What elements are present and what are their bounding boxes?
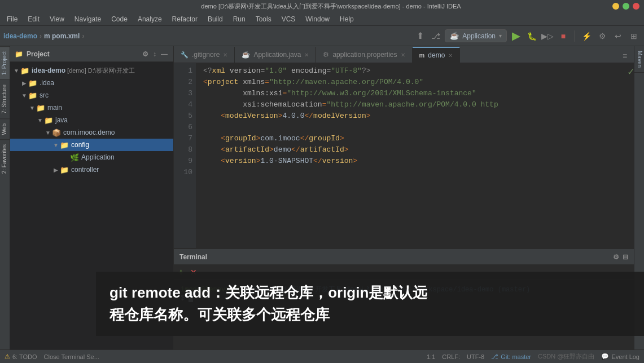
tab-close-icon[interactable]: ✕ xyxy=(304,52,309,58)
settings-icon[interactable]: ⚙ xyxy=(595,29,609,43)
code-area[interactable]: ✓ <?xml version="1.0" encoding="UTF-8"?>… xyxy=(196,63,634,248)
title-bar: demo [D:\慕课网\开发工具\idea从入门到爱不释手\workspace… xyxy=(0,0,644,12)
line-num: 8 xyxy=(177,144,192,156)
arrow-icon: ▼ xyxy=(44,130,52,136)
tree-item-idea[interactable]: ▶ 📁 .idea xyxy=(10,77,173,89)
warning-icon: ⚠ xyxy=(5,353,10,360)
menu-vcs[interactable]: VCS xyxy=(277,14,300,24)
menu-edit[interactable]: Edit xyxy=(23,14,44,24)
menu-run[interactable]: Run xyxy=(229,14,250,24)
minimize-panel-icon[interactable]: — xyxy=(160,49,169,59)
tab-close-icon[interactable]: ✕ xyxy=(401,52,405,58)
tree-item-root[interactable]: ▼ 📁 idea-demo [demo] D:\慕课网\开发工 xyxy=(10,64,173,77)
java-icon: ☕ xyxy=(242,51,250,59)
status-todo[interactable]: ⚠ 6: TODO xyxy=(5,353,37,360)
status-terminal-close[interactable]: Close Terminal Se... xyxy=(44,353,99,360)
tab-label: application.properties xyxy=(332,51,397,59)
tree-item-config[interactable]: ▼ 📁 config xyxy=(10,139,173,151)
git-icon[interactable]: ⬆ xyxy=(413,29,427,43)
event-log-icon: 💬 xyxy=(601,353,609,360)
sidebar-item-web[interactable]: Web xyxy=(0,118,10,139)
folder-icon: 📁 xyxy=(28,79,37,87)
collapse-icon[interactable]: ↕ xyxy=(152,49,157,59)
maven-icon: m xyxy=(419,52,425,59)
breadcrumb-project[interactable]: idea-demo xyxy=(3,32,37,40)
status-line-col[interactable]: 1:1 xyxy=(427,353,435,360)
line-col-label: 1:1 xyxy=(427,353,435,360)
menu-file[interactable]: File xyxy=(2,14,22,24)
menu-window[interactable]: Window xyxy=(301,14,334,24)
menu-view[interactable]: View xyxy=(45,14,69,24)
props-icon: ⚙ xyxy=(323,51,329,59)
status-git[interactable]: ⎇ Git: master xyxy=(491,353,531,360)
stop-button[interactable]: ■ xyxy=(557,29,570,43)
tree-item-controller[interactable]: ▶ 📁 controller xyxy=(10,163,173,176)
left-sidebar: 1: Project 7: Structure Web 2: Favorites xyxy=(0,46,10,349)
tab-demo-pom[interactable]: m demo ✕ xyxy=(413,47,461,63)
code-line-1: <?xml version="1.0" encoding="UTF-8"?> xyxy=(203,65,627,77)
sidebar-item-project[interactable]: 1: Project xyxy=(0,46,10,79)
undo-icon[interactable]: ↩ xyxy=(611,29,625,43)
minimize-button[interactable] xyxy=(612,3,619,10)
project-folder-icon: 📁 xyxy=(15,50,23,58)
sync-icon[interactable]: ⚙ xyxy=(141,49,150,59)
tree-item-src[interactable]: ▼ 📁 src xyxy=(10,89,173,101)
validation-checkmark-icon: ✓ xyxy=(628,67,634,78)
todo-label: 6: TODO xyxy=(12,353,37,360)
debug-button[interactable]: 🐛 xyxy=(525,29,538,43)
code-line-9: <version>1.0-SNAPSHOT</version> xyxy=(203,156,627,167)
tab-close-icon[interactable]: ✕ xyxy=(448,52,453,59)
tab-close-icon[interactable]: ✕ xyxy=(223,52,227,58)
tab-app-properties[interactable]: ⚙ application.properties ✕ xyxy=(316,47,412,63)
folder-icon: 📁 xyxy=(36,104,45,112)
status-crlf[interactable]: CRLF: xyxy=(442,353,460,360)
arrow-icon: ▼ xyxy=(28,105,36,111)
copyright-label: CSDN @狂野亦自由 xyxy=(538,352,594,361)
status-encoding[interactable]: UTF-8 xyxy=(467,353,484,360)
terminal-split-icon[interactable]: ⊟ xyxy=(623,253,628,261)
arrow-icon: ▼ xyxy=(36,117,44,123)
line-num: 6 xyxy=(177,122,192,133)
arrow-icon: ▼ xyxy=(52,142,60,148)
run-button[interactable]: ▶ xyxy=(509,29,523,43)
search-everywhere-icon[interactable]: ⚡ xyxy=(580,29,593,43)
git-branch-icon[interactable]: ⎇ xyxy=(429,29,443,43)
event-log-label: Event Log xyxy=(611,353,639,360)
close-button[interactable] xyxy=(633,3,639,10)
project-structure-icon[interactable]: ⊞ xyxy=(627,29,641,43)
terminal-header: Terminal ⚙ ⊟ xyxy=(174,249,634,265)
menu-code[interactable]: Code xyxy=(107,14,132,24)
menu-build[interactable]: Build xyxy=(203,14,227,24)
sidebar-item-favorites[interactable]: 2: Favorites xyxy=(0,139,10,178)
menu-tools[interactable]: Tools xyxy=(251,14,276,24)
spring-icon: 🌿 xyxy=(70,153,79,162)
code-line-6 xyxy=(203,122,627,133)
maximize-button[interactable] xyxy=(623,3,629,10)
editor-tabs-menu-icon[interactable]: ≡ xyxy=(618,49,632,63)
tree-item-application[interactable]: 🌿 Application xyxy=(10,151,173,163)
code-line-2: <project xmlns="http://maven.apache.org/… xyxy=(203,77,627,88)
tree-item-package[interactable]: ▼ 📦 com.imooc.demo xyxy=(10,126,173,139)
coverage-button[interactable]: ▶▷ xyxy=(541,29,554,43)
sidebar-item-structure[interactable]: 7: Structure xyxy=(0,79,10,118)
breadcrumb-file[interactable]: m pom.xml xyxy=(44,32,80,40)
tree-item-main[interactable]: ▼ 📁 main xyxy=(10,101,173,114)
tree-label: src xyxy=(40,91,49,99)
terminal-settings-icon[interactable]: ⚙ xyxy=(613,253,619,261)
sidebar-item-maven[interactable]: Maven xyxy=(634,46,644,73)
status-event-log[interactable]: 💬 Event Log xyxy=(601,353,639,360)
line-num: 3 xyxy=(177,88,192,99)
run-config-selector[interactable]: ☕ Application ▾ xyxy=(445,29,507,42)
tree-item-java[interactable]: ▼ 📁 java xyxy=(10,114,173,126)
tab-application-java[interactable]: ☕ Application.java ✕ xyxy=(235,47,316,63)
menu-refactor[interactable]: Refactor xyxy=(168,14,202,24)
tree-extra: [demo] D:\慕课网\开发工 xyxy=(65,67,135,75)
line-num: 9 xyxy=(177,156,192,167)
toolbar: idea-demo › m pom.xml › ⬆ ⎇ ☕ Applicatio… xyxy=(0,26,644,46)
tab-gitignore[interactable]: 🔧 .gitignore ✕ xyxy=(174,47,235,63)
folder-icon: 📁 xyxy=(60,166,69,174)
menu-navigate[interactable]: Navigate xyxy=(70,14,106,24)
menu-analyze[interactable]: Analyze xyxy=(133,14,167,24)
menu-help[interactable]: Help xyxy=(335,14,358,24)
title-bar-title: demo [D:\慕课网\开发工具\idea从入门到爱不释手\workspace… xyxy=(50,2,612,11)
